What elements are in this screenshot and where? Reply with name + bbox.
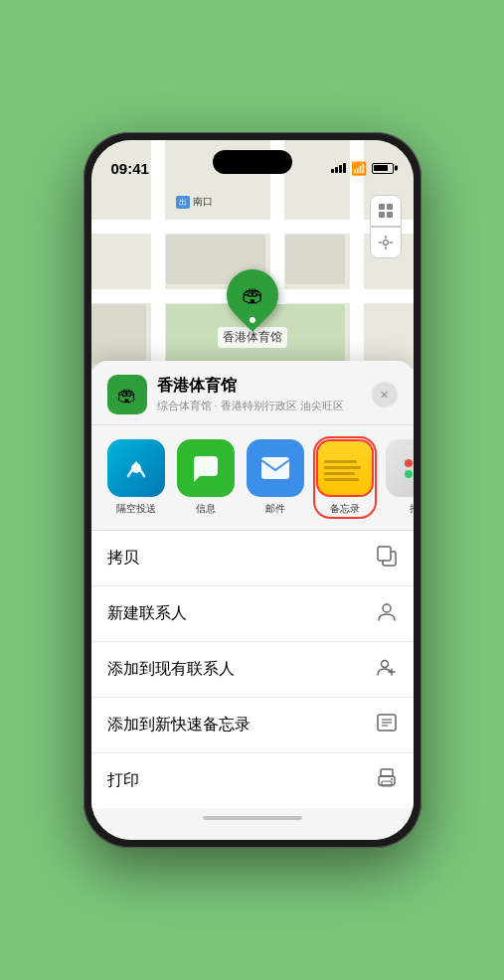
svg-rect-10 <box>261 457 289 479</box>
messages-label: 信息 <box>196 502 216 516</box>
bottom-sheet: 🏟 香港体育馆 综合体育馆 · 香港特别行政区 油尖旺区 × <box>91 361 414 840</box>
venue-description: 综合体育馆 · 香港特别行政区 油尖旺区 <box>157 399 372 413</box>
svg-point-4 <box>383 241 388 245</box>
mail-icon <box>247 439 304 497</box>
phone-frame: 09:41 📶 <box>84 132 421 848</box>
svg-rect-21 <box>381 769 393 776</box>
svg-rect-0 <box>379 204 385 210</box>
messages-icon <box>177 439 235 497</box>
airdrop-label: 隔空投送 <box>116 502 156 516</box>
map-type-button[interactable] <box>370 195 402 227</box>
notes-label: 备忘录 <box>330 502 360 516</box>
signal-bar-3 <box>339 165 342 173</box>
stadium-marker[interactable]: 🏟 香港体育馆 <box>218 269 287 348</box>
signal-bar-2 <box>335 167 338 173</box>
new-contact-icon <box>376 600 398 627</box>
action-new-contact[interactable]: 新建联系人 <box>91 586 414 642</box>
copy-icon <box>376 545 398 572</box>
action-copy[interactable]: 拷贝 <box>91 531 414 586</box>
print-icon <box>376 767 398 794</box>
status-time: 09:41 <box>111 160 149 177</box>
new-contact-label: 新建联系人 <box>107 603 187 624</box>
wifi-icon: 📶 <box>351 161 367 176</box>
action-add-contact[interactable]: 添加到现有联系人 <box>91 642 414 698</box>
venue-icon: 🏟 <box>107 375 147 414</box>
block-2 <box>285 235 345 284</box>
add-contact-icon <box>376 656 398 683</box>
status-icons: 📶 <box>331 161 394 176</box>
notes-icon <box>316 439 374 497</box>
quick-note-icon <box>376 712 398 738</box>
share-item-notes[interactable]: 备忘录 <box>316 439 374 516</box>
messages-svg <box>190 452 222 484</box>
copy-label: 拷贝 <box>107 548 139 569</box>
signal-bars <box>331 163 346 173</box>
mail-svg <box>260 456 290 480</box>
map-type-icon <box>378 203 394 219</box>
action-list: 拷贝 新建联系人 <box>91 531 414 808</box>
svg-point-24 <box>391 778 393 780</box>
svg-rect-12 <box>378 547 391 561</box>
print-label: 打印 <box>107 770 139 791</box>
svg-rect-1 <box>387 204 393 210</box>
battery-icon <box>372 163 394 174</box>
home-indicator <box>203 816 302 820</box>
quick-note-label: 添加到新快速备忘录 <box>107 715 251 735</box>
station-name: 南口 <box>193 195 213 209</box>
signal-bar-4 <box>343 163 346 173</box>
venue-info: 香港体育馆 综合体育馆 · 香港特别行政区 油尖旺区 <box>157 376 372 413</box>
more-label: 推 <box>410 502 414 516</box>
svg-point-14 <box>381 661 388 668</box>
action-print[interactable]: 打印 <box>91 753 414 808</box>
battery-fill <box>374 165 388 171</box>
airdrop-svg <box>122 454 150 482</box>
block-3 <box>91 304 146 364</box>
close-button[interactable]: × <box>372 382 398 408</box>
phone-screen: 09:41 📶 <box>91 140 414 840</box>
stadium-pin-icon: 🏟 <box>242 282 263 308</box>
svg-rect-2 <box>379 212 385 218</box>
dynamic-island <box>213 150 292 174</box>
map-controls <box>370 195 402 258</box>
more-icon <box>386 439 414 497</box>
venue-header: 🏟 香港体育馆 综合体育馆 · 香港特别行政区 油尖旺区 × <box>91 361 414 425</box>
signal-bar-1 <box>331 169 334 173</box>
share-item-messages[interactable]: 信息 <box>177 439 235 516</box>
airdrop-icon <box>107 439 165 497</box>
venue-name: 香港体育馆 <box>157 376 372 397</box>
map-station-label: 出 南口 <box>176 195 213 209</box>
share-item-airdrop[interactable]: 隔空投送 <box>107 439 165 516</box>
share-item-more[interactable]: 推 <box>386 439 414 516</box>
mail-label: 邮件 <box>265 502 285 516</box>
status-bar: 09:41 📶 <box>91 140 414 184</box>
location-icon <box>379 236 393 249</box>
stadium-pin-dot <box>250 317 255 323</box>
road-h1 <box>91 220 414 234</box>
svg-point-13 <box>383 604 391 612</box>
add-contact-label: 添加到现有联系人 <box>107 659 235 680</box>
share-row: 隔空投送 信息 <box>91 425 414 531</box>
location-button[interactable] <box>370 227 402 258</box>
station-badge: 出 <box>176 196 190 209</box>
share-item-mail[interactable]: 邮件 <box>247 439 304 516</box>
more-dots-grid <box>405 459 414 478</box>
action-quick-note[interactable]: 添加到新快速备忘录 <box>91 698 414 753</box>
svg-rect-3 <box>387 212 393 218</box>
